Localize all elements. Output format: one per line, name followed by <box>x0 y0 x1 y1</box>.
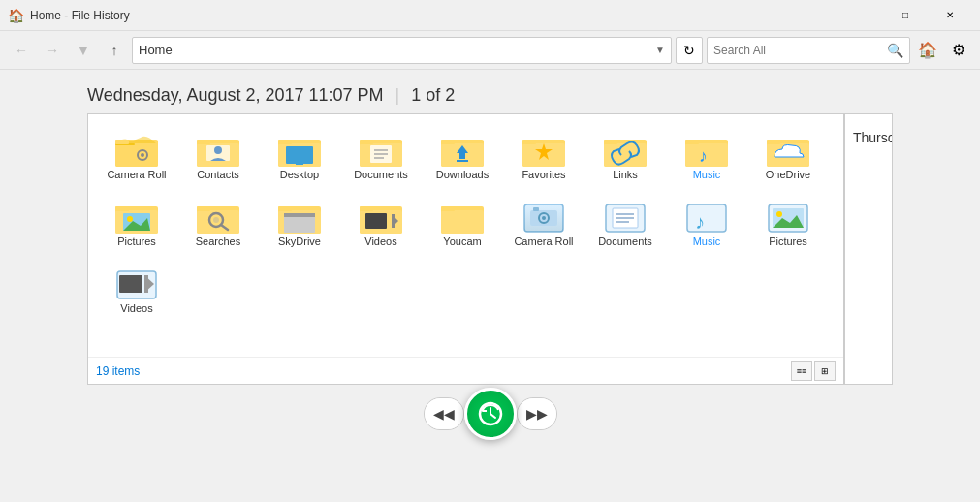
toolbar: ← → ▼ ↑ Home ▼ ↻ 🔍 🏠 ⚙ <box>0 31 980 70</box>
camera-roll-2-icon <box>521 197 567 235</box>
svg-rect-44 <box>115 206 129 211</box>
up-button[interactable]: ↑ <box>101 37 128 64</box>
maximize-button[interactable]: □ <box>883 0 928 31</box>
svg-text:♪: ♪ <box>699 146 708 166</box>
folder-label: Music <box>693 235 721 248</box>
date-separator: | <box>395 85 400 106</box>
folder-label: Videos <box>364 235 396 248</box>
folder-downloads[interactable]: Downloads <box>424 124 501 187</box>
links-icon <box>602 130 648 169</box>
folder-label: Favorites <box>522 169 565 181</box>
dropdown-button[interactable]: ▼ <box>70 37 97 64</box>
bottom-bar: ◀◀ ▶▶ <box>0 385 980 443</box>
svg-rect-79 <box>687 204 726 232</box>
folder-label: Downloads <box>436 169 489 181</box>
list-view-button[interactable]: ≡≡ <box>791 361 812 381</box>
svg-rect-27 <box>457 160 468 162</box>
camera-roll-icon <box>113 130 160 169</box>
folder-label: Youcam <box>443 235 481 248</box>
folder-videos[interactable]: Videos <box>342 191 420 254</box>
grid-view-button[interactable]: ⊞ <box>814 361 836 381</box>
folder-documents[interactable]: Documents <box>342 124 420 187</box>
date-text: Wednesday, August 2, 2017 11:07 PM <box>87 85 384 106</box>
title-bar: 🏠 Home - File History — □ ✕ <box>0 0 980 31</box>
status-bar: 19 items ≡≡ ⊞ <box>88 357 843 384</box>
refresh-button[interactable]: ↻ <box>676 37 703 64</box>
folder-camera-roll-2[interactable]: Camera Roll <box>505 191 583 254</box>
folder-searches[interactable]: Searches <box>179 191 257 254</box>
svg-rect-58 <box>284 213 315 217</box>
svg-rect-3 <box>115 140 129 144</box>
folder-music[interactable]: ♪ Music <box>668 124 745 187</box>
svg-rect-61 <box>360 206 373 211</box>
folder-label: Camera Roll <box>107 169 166 181</box>
folder-skydrive[interactable]: SkyDrive <box>261 191 338 254</box>
svg-rect-50 <box>197 206 210 211</box>
forward-button[interactable]: → <box>39 37 66 64</box>
svg-rect-33 <box>604 143 647 167</box>
folder-label: Documents <box>354 169 408 181</box>
right-panel-date: Thursc <box>845 114 892 161</box>
folder-links[interactable]: Links <box>586 124 664 187</box>
folder-grid: Camera Roll Contacts <box>88 114 843 357</box>
skydrive-icon <box>276 197 323 235</box>
window-controls: — □ ✕ <box>838 0 972 31</box>
folder-pictures-2[interactable]: Pictures <box>749 191 827 254</box>
svg-rect-86 <box>119 275 142 293</box>
svg-rect-56 <box>278 206 292 211</box>
svg-point-5 <box>141 153 144 157</box>
address-dropdown-button[interactable]: ▼ <box>655 45 665 55</box>
close-button[interactable]: ✕ <box>928 0 972 31</box>
folder-label: Videos <box>120 302 152 315</box>
folder-documents-2[interactable]: Documents <box>586 191 664 254</box>
navigation-controls-next: ▶▶ <box>517 397 557 430</box>
folder-onedrive[interactable]: OneDrive <box>749 124 827 187</box>
folder-contacts[interactable]: Contacts <box>179 124 257 187</box>
folder-label: Music <box>693 169 721 181</box>
videos-2-icon <box>113 264 160 302</box>
date-bar: Wednesday, August 2, 2017 11:07 PM | 1 o… <box>0 70 980 113</box>
prev-button[interactable]: ◀◀ <box>425 398 463 429</box>
svg-rect-62 <box>365 213 387 229</box>
svg-point-53 <box>213 217 219 223</box>
page-info: 1 of 2 <box>411 85 455 106</box>
desktop-icon <box>276 130 323 169</box>
folder-desktop[interactable]: Desktop <box>261 124 338 187</box>
folder-pictures[interactable]: Pictures <box>98 191 175 254</box>
folder-camera-roll[interactable]: Camera Roll <box>98 124 175 187</box>
svg-rect-15 <box>296 162 303 165</box>
documents-icon <box>358 130 404 169</box>
navigation-controls: ◀◀ <box>424 397 464 430</box>
folder-music-2[interactable]: ♪ Music <box>668 191 745 254</box>
contacts-icon <box>195 130 241 169</box>
folder-favorites[interactable]: Favorites <box>505 124 583 187</box>
svg-rect-13 <box>278 140 292 144</box>
home-button[interactable]: 🏠 <box>914 37 941 64</box>
folder-label: OneDrive <box>766 169 810 181</box>
search-button[interactable]: 🔍 <box>887 43 903 58</box>
next-button[interactable]: ▶▶ <box>518 398 556 429</box>
svg-point-10 <box>214 146 222 154</box>
folder-videos-2[interactable]: Videos <box>98 258 175 321</box>
svg-rect-64 <box>392 214 395 228</box>
folder-label: Pictures <box>769 235 807 248</box>
view-buttons: ≡≡ ⊞ <box>791 361 836 381</box>
svg-rect-30 <box>522 140 536 144</box>
search-input[interactable] <box>713 44 887 57</box>
svg-point-83 <box>776 211 782 217</box>
folder-label: Links <box>613 169 638 181</box>
restore-button[interactable] <box>464 388 517 440</box>
file-pane: Camera Roll Contacts <box>87 113 844 385</box>
folder-label: Contacts <box>197 169 238 181</box>
svg-point-46 <box>127 216 133 222</box>
pictures-icon <box>113 197 160 235</box>
downloads-icon <box>439 130 486 169</box>
svg-text:♪: ♪ <box>695 211 705 233</box>
back-button[interactable]: ← <box>8 37 35 64</box>
folder-youcam[interactable]: Youcam <box>424 191 501 254</box>
favorites-icon <box>521 130 567 169</box>
svg-rect-14 <box>286 146 313 164</box>
folder-label: Pictures <box>117 235 156 248</box>
minimize-button[interactable]: — <box>838 0 883 31</box>
settings-button[interactable]: ⚙ <box>945 37 972 64</box>
